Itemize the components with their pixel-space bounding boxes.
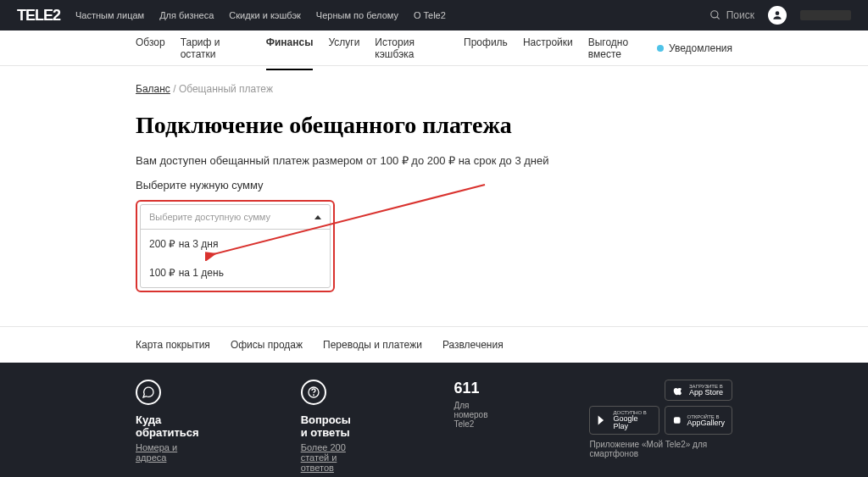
footer-tab-payments[interactable]: Переводы и платежи: [323, 339, 422, 351]
tab-overview[interactable]: Обзор: [136, 26, 165, 70]
footer-tab-coverage[interactable]: Карта покрытия: [136, 339, 210, 351]
search-button[interactable]: Поиск: [709, 9, 754, 21]
top-nav-private[interactable]: Частным лицам: [75, 10, 144, 20]
help-icon: [301, 380, 326, 405]
top-nav-about[interactable]: О Tele2: [414, 10, 446, 20]
tab-settings[interactable]: Настройки: [523, 26, 573, 70]
dropdown-option-100[interactable]: 100 ₽ на 1 день: [141, 258, 330, 287]
breadcrumb-sep: /: [170, 83, 179, 95]
googleplay-badge[interactable]: ДОСТУПНО ВGoogle Play: [589, 406, 659, 435]
contact-link[interactable]: Номера и адреса: [136, 442, 199, 463]
top-nav-business[interactable]: Для бизнеса: [159, 10, 214, 20]
notification-dot-icon: [657, 45, 664, 52]
logo[interactable]: TELE2: [17, 7, 60, 25]
chevron-up-icon: [314, 215, 321, 219]
tab-cashback-history[interactable]: История кэшбэка: [375, 26, 448, 70]
dropdown-options: 200 ₽ на 3 дня 100 ₽ на 1 день: [141, 229, 330, 287]
top-header-left: TELE2 Частным лицам Для бизнеса Скидки и…: [17, 7, 446, 25]
notifications-label: Уведомления: [669, 42, 732, 54]
dropdown-highlight-frame: Выберите доступную сумму 200 ₽ на 3 дня …: [136, 200, 335, 292]
faq-title: Вопросы и ответы: [301, 413, 353, 439]
svg-point-2: [776, 11, 780, 15]
tab-profile[interactable]: Профиль: [464, 26, 508, 70]
sub-nav: Обзор Тариф и остатки Финансы Услуги Ист…: [136, 26, 657, 70]
chat-icon: [136, 380, 161, 405]
footer-columns: Куда обратиться Номера и адреса Вопросы …: [136, 380, 732, 473]
breadcrumb-balance[interactable]: Баланс: [136, 83, 170, 95]
apps-label: Приложение «Мой Tele2» для смартфонов: [589, 440, 732, 458]
tab-tariff[interactable]: Тариф и остатки: [181, 26, 251, 70]
tab-together[interactable]: Выгодно вместе: [588, 26, 657, 70]
tab-services[interactable]: Услуги: [328, 26, 359, 70]
footer-tabs: Карта покрытия Офисы продаж Переводы и п…: [0, 326, 868, 363]
svg-rect-7: [674, 417, 681, 424]
footer-col-phone: 611 Для номеров Tele2: [454, 380, 488, 473]
appstore-badge[interactable]: ЗАГРУЗИТЕ ВApp Store: [665, 380, 732, 401]
sub-header: Обзор Тариф и остатки Финансы Услуги Ист…: [0, 31, 868, 66]
dropdown-header[interactable]: Выберите доступную сумму: [141, 205, 330, 229]
search-label: Поиск: [726, 9, 754, 21]
top-header-right: Поиск: [709, 6, 851, 25]
googleplay-icon: [597, 414, 608, 426]
support-sub: Для номеров Tele2: [454, 401, 488, 429]
dark-footer: Куда обратиться Номера и адреса Вопросы …: [0, 363, 868, 477]
footer-col-faq: Вопросы и ответы Более 200 статей и отве…: [301, 380, 353, 473]
appgallery-badge[interactable]: ОТКРОЙТЕ ВAppGallery: [665, 406, 732, 435]
user-name-blurred: [800, 10, 851, 20]
appgallery-icon: [672, 414, 682, 426]
page-title: Подключение обещанного платежа: [136, 112, 732, 139]
select-label: Выберите нужную сумму: [136, 179, 732, 191]
dropdown-option-200[interactable]: 200 ₽ на 3 дня: [141, 230, 330, 258]
faq-link[interactable]: Более 200 статей и ответов: [301, 442, 353, 473]
footer-tab-offices[interactable]: Офисы продаж: [231, 339, 303, 351]
apple-icon: [672, 385, 684, 397]
breadcrumb-current: Обещанный платеж: [179, 83, 273, 95]
notifications-button[interactable]: Уведомления: [657, 42, 732, 54]
dropdown-placeholder: Выберите доступную сумму: [149, 212, 270, 222]
footer-col-contact: Куда обратиться Номера и адреса: [136, 380, 199, 473]
search-icon: [709, 9, 721, 21]
contact-title: Куда обратиться: [136, 413, 199, 439]
breadcrumb: Баланс / Обещанный платеж: [136, 83, 732, 95]
support-number: 611: [454, 380, 488, 397]
svg-point-0: [710, 11, 717, 18]
top-nav-cashback[interactable]: Скидки и кэшбэк: [229, 10, 301, 20]
avatar[interactable]: [768, 6, 787, 25]
footer-col-apps: ЗАГРУЗИТЕ ВApp Store ДОСТУПНО ВGoogle Pl…: [589, 380, 732, 473]
amount-dropdown[interactable]: Выберите доступную сумму 200 ₽ на 3 дня …: [140, 204, 331, 288]
svg-point-6: [313, 395, 314, 396]
user-icon: [771, 9, 783, 21]
top-nav-bw[interactable]: Черным по белому: [316, 10, 398, 20]
svg-line-1: [716, 17, 719, 19]
footer-tab-entertainment[interactable]: Развлечения: [442, 339, 504, 351]
page-description: Вам доступен обещанный платеж размером о…: [136, 154, 732, 167]
main-content: Баланс / Обещанный платеж Подключение об…: [0, 66, 868, 326]
tab-finance[interactable]: Финансы: [266, 26, 314, 70]
